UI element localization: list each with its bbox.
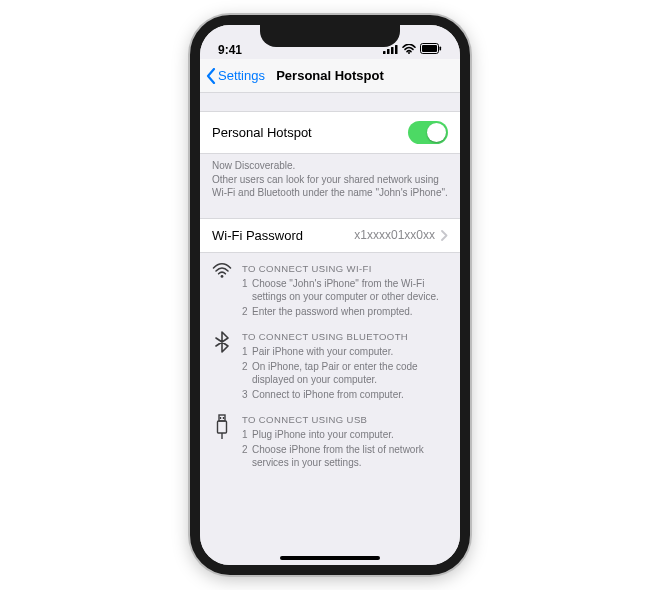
svg-rect-10 <box>218 421 227 433</box>
chevron-left-icon <box>206 68 216 84</box>
instructions-bluetooth: TO CONNECT USING BLUETOOTH Pair iPhone w… <box>200 321 460 404</box>
bluetooth-section-icon <box>212 331 232 402</box>
status-time: 9:41 <box>218 43 242 57</box>
svg-rect-0 <box>383 51 386 54</box>
bt-step: Connect to iPhone from computer. <box>242 388 448 402</box>
discoverable-line1: Now Discoverable. <box>212 159 448 173</box>
hotspot-toggle[interactable] <box>408 121 448 144</box>
discoverable-line2: Other users can look for your shared net… <box>212 173 448 200</box>
wifi-password-label: Wi-Fi Password <box>212 228 303 243</box>
discoverable-note: Now Discoverable. Other users can look f… <box>200 154 460 200</box>
hotspot-toggle-row[interactable]: Personal Hotspot <box>200 111 460 154</box>
wifi-step: Choose "John's iPhone" from the Wi-Fi se… <box>242 277 448 304</box>
wifi-icon <box>402 43 416 57</box>
svg-rect-2 <box>391 47 394 54</box>
wifi-header: TO CONNECT USING WI-FI <box>242 263 448 274</box>
bt-header: TO CONNECT USING BLUETOOTH <box>242 331 448 342</box>
home-indicator[interactable] <box>280 556 380 560</box>
bt-step: On iPhone, tap Pair or enter the code di… <box>242 360 448 387</box>
hotspot-toggle-label: Personal Hotspot <box>212 125 312 140</box>
usb-section-icon <box>212 414 232 471</box>
usb-header: TO CONNECT USING USB <box>242 414 448 425</box>
screen: 9:41 Settings Personal Hotspot <box>200 25 460 565</box>
chevron-right-icon <box>441 230 448 241</box>
instructions-wifi: TO CONNECT USING WI-FI Choose "John's iP… <box>200 253 460 322</box>
nav-bar: Settings Personal Hotspot <box>200 59 460 93</box>
svg-point-8 <box>221 275 224 278</box>
usb-step: Choose iPhone from the list of network s… <box>242 443 448 470</box>
notch <box>260 25 400 47</box>
iphone-frame: 9:41 Settings Personal Hotspot <box>190 15 470 575</box>
wifi-section-icon <box>212 263 232 320</box>
wifi-password-row[interactable]: Wi-Fi Password x1xxxx01xx0xx <box>200 218 460 253</box>
svg-rect-1 <box>387 49 390 54</box>
svg-point-4 <box>408 52 410 54</box>
back-button[interactable]: Settings <box>206 68 265 84</box>
wifi-password-value: x1xxxx01xx0xx <box>354 228 435 242</box>
svg-rect-7 <box>440 47 442 51</box>
bt-step: Pair iPhone with your computer. <box>242 345 448 359</box>
back-label: Settings <box>218 68 265 83</box>
battery-icon <box>420 43 442 57</box>
usb-step: Plug iPhone into your computer. <box>242 428 448 442</box>
svg-rect-3 <box>395 45 398 54</box>
svg-rect-6 <box>422 45 437 52</box>
wifi-step: Enter the password when prompted. <box>242 305 448 319</box>
instructions-usb: TO CONNECT USING USB Plug iPhone into yo… <box>200 404 460 473</box>
content: Personal Hotspot Now Discoverable. Other… <box>200 93 460 565</box>
